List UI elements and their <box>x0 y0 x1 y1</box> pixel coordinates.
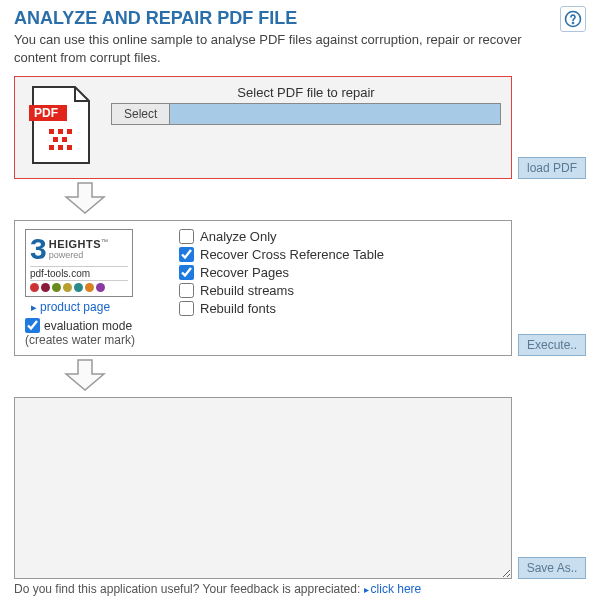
pdf-file-icon: PDF <box>25 85 97 170</box>
flow-arrow-1 <box>14 181 586 218</box>
select-file-label: Select PDF file to repair <box>111 85 501 100</box>
evaluation-mode-note: (creates water mark) <box>25 333 165 347</box>
option-label: Recover Pages <box>200 265 289 280</box>
option-label: Rebuild streams <box>200 283 294 298</box>
page-title: ANALYZE AND REPAIR PDF FILE <box>14 8 550 29</box>
execute-button[interactable]: Execute.. <box>518 334 586 356</box>
evaluation-mode-label: evaluation mode <box>44 319 132 333</box>
option-label: Analyze Only <box>200 229 277 244</box>
svg-rect-8 <box>62 137 67 142</box>
three-heights-logo: 3 HEIGHTS™ powered pdf-tools.com <box>25 229 133 297</box>
option-label: Recover Cross Reference Table <box>200 247 384 262</box>
svg-point-1 <box>572 22 574 24</box>
option-rebuild-streams-checkbox[interactable] <box>179 283 194 298</box>
footer: Do you find this application useful? You… <box>14 582 586 596</box>
selected-file-field[interactable] <box>170 103 501 125</box>
feedback-link[interactable]: click here <box>364 582 422 596</box>
svg-rect-7 <box>53 137 58 142</box>
svg-text:PDF: PDF <box>34 106 58 120</box>
evaluation-mode-checkbox[interactable] <box>25 318 40 333</box>
help-button[interactable] <box>560 6 586 32</box>
flow-arrow-2 <box>14 358 586 395</box>
page-subtitle: You can use this online sample to analys… <box>14 31 550 66</box>
help-icon <box>564 10 582 28</box>
save-as-button[interactable]: Save As.. <box>518 557 586 579</box>
svg-rect-9 <box>49 145 54 150</box>
option-recover-pages-checkbox[interactable] <box>179 265 194 280</box>
load-pdf-button[interactable]: load PDF <box>518 157 586 179</box>
option-analyze-only-checkbox[interactable] <box>179 229 194 244</box>
options-panel: 3 HEIGHTS™ powered pdf-tools.com <box>14 220 512 356</box>
repair-options: Analyze Only Recover Cross Reference Tab… <box>179 229 501 319</box>
output-text-area[interactable] <box>14 397 512 579</box>
svg-rect-6 <box>67 129 72 134</box>
svg-rect-5 <box>58 129 63 134</box>
select-file-panel: PDF Select PDF <box>14 76 512 179</box>
select-file-button[interactable]: Select <box>111 103 170 125</box>
svg-rect-10 <box>58 145 63 150</box>
product-page-link[interactable]: product page <box>31 300 110 314</box>
footer-text: Do you find this application useful? You… <box>14 582 364 596</box>
svg-rect-11 <box>67 145 72 150</box>
option-rebuild-fonts-checkbox[interactable] <box>179 301 194 316</box>
option-label: Rebuild fonts <box>200 301 276 316</box>
option-recover-xref-checkbox[interactable] <box>179 247 194 262</box>
svg-rect-4 <box>49 129 54 134</box>
